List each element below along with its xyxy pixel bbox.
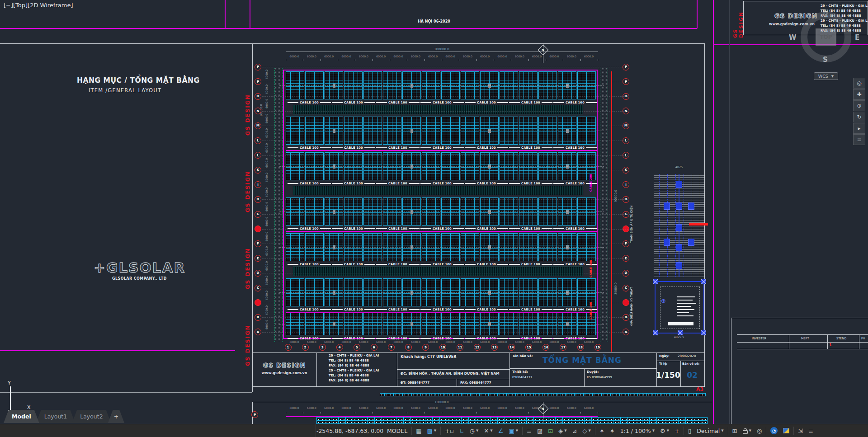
drawing-name: TỔNG MẶT BẰNG [542,356,622,365]
object-snap-icon[interactable]: ▣▼ [506,424,521,437]
object-snap-tracking-icon[interactable]: ∠ [495,424,506,437]
workspace-cube-icon[interactable]: ◇▼ [580,424,594,437]
cable-label-row: CABLE 100CABLE 100CABLE 100CABLE 100CABL… [288,226,597,230]
lineweight-icon[interactable]: ≡ [524,424,534,437]
cable-label: CABLE 100 [332,262,375,266]
polar-tracking-icon[interactable]: ◷▼ [467,424,481,437]
chevron-down-icon: ▼ [831,75,834,78]
table-border [737,334,868,335]
full-navigation-wheel-icon[interactable]: ◎ [853,78,865,89]
chevron-down-icon: ▼ [667,429,669,432]
cable-label: CABLE 100 [332,100,375,104]
cable-label: CABLE 100 [332,146,375,150]
cable-dash [497,228,508,229]
segment-dimension: 6000.0 [442,406,459,409]
tab-layout1[interactable]: Layout1 [36,410,75,423]
isolate-objects-icon[interactable]: ◎ [754,424,764,437]
cable-dash [320,102,331,103]
table-border [859,334,859,349]
isolate-objects-icon: ◎ [757,428,762,434]
cad-canvas[interactable]: [−][Top][2D Wireframe] HÀ NỘI 06-2020 HẠ… [0,0,868,437]
isometric-drafting-icon[interactable]: ✕▼ [481,424,495,437]
annotation-scale-button[interactable]: 1:1 / 100%▼ [618,424,657,437]
chevron-down-icon: ▼ [564,429,566,432]
orbit-icon[interactable]: ↻ [853,112,865,122]
annotation-autoscale-icon[interactable]: ✶ [607,424,618,437]
statusbar-separator [440,427,441,435]
dynamic-ucs-icon[interactable]: ⊿ [570,424,580,437]
viewcube-east[interactable]: E [855,33,859,42]
lock-ui-icon[interactable]: ▼ [740,424,754,437]
cable-dash [409,309,420,310]
hardware-acceleration-icon[interactable]: ◔ [768,424,780,437]
segment-dimension: 6000.0 [580,340,598,343]
navbar-menu-icon[interactable]: ≡ [853,134,865,145]
segment-dimension: 6000.0 [476,406,494,409]
cable-label: CABLE 100 [376,181,420,185]
cable-dash [376,183,387,184]
statusbar-separator [728,427,728,435]
units-ruler-icon[interactable]: ▯ [685,424,694,437]
cable-label-text: CABLE 100 [521,337,540,340]
address-line: 29 - CMT8 - PLEIKU - GIA LAI [329,353,379,358]
viewcube-top-face[interactable]: TOP [816,28,836,46]
viewcube-west[interactable]: W [789,33,797,42]
layout-tabs[interactable]: ModelLayout1Layout2+ [4,409,121,423]
snap-mode-icon[interactable]: +▫ [442,424,457,437]
dimension-ticks [286,59,598,61]
cable-label-text: CABLE 100 [477,146,496,150]
3d-object-snap-icon[interactable]: ◈▼ [556,424,569,437]
tab-layout2[interactable]: Layout2 [72,410,111,423]
viewcube-north[interactable]: N [823,8,829,16]
cable-dash [553,264,564,265]
lock-ui-icon [743,430,748,434]
clean-screen-icon[interactable] [780,424,792,437]
model-space-button[interactable]: MODEL [384,424,410,437]
showmotion-icon[interactable]: ▸ [853,123,865,134]
titleblock-border [509,368,656,369]
viewport-controls-label[interactable]: [−][Top][2D Wireframe] [4,2,73,9]
cable-label: CABLE 100 [420,336,464,340]
cable-label: CABLE 100 [288,262,331,266]
total-dimension: 108000.0 [434,47,449,51]
lineweight-icon: ≡ [527,428,532,434]
cable-dash [497,264,508,265]
grid-bubble: 17 [560,344,566,351]
annotation-visibility-icon[interactable]: ✶ [597,424,607,437]
pan-icon[interactable]: ✚ [853,89,865,100]
site-road-hatch [274,68,283,342]
grid-bubble: C [255,285,261,291]
cable-dash [497,183,508,184]
viewcube-south[interactable]: S [823,56,828,64]
titleblock-address: 29 - CMT8 - PLEIKU - GIA LAITEL: (84 8) … [329,353,379,383]
status-bar[interactable]: -2545.88, -687.63, 0.00 MODEL ▦▩▼+▫∟◷▼✕▼… [0,424,868,437]
navigation-bar[interactable]: ◎✚⊕↻▸≡ [853,78,865,145]
drafting-settings-icon[interactable]: ▦ [413,424,424,437]
cable-dash [542,102,552,103]
selection-cycling-icon: ⊡ [548,428,553,434]
busbar-dashed-line [692,174,692,277]
ortho-mode-icon[interactable]: ∟ [457,424,467,437]
tab-plus[interactable]: + [108,410,124,423]
structural-grid-line [262,67,628,67]
cable-dash [288,338,298,339]
selection-cycling-icon[interactable]: ⊡ [545,424,556,437]
annotation-monitor-icon[interactable]: + [672,424,682,437]
transparency-icon[interactable]: ▨ [534,424,545,437]
tab-model[interactable]: Model [4,410,39,423]
site-separator-line [286,312,598,313]
wcs-dropdown[interactable]: WCS▼ [814,72,838,80]
sheet-frame-line [0,28,697,29]
customization-menu-icon[interactable]: ≡ [806,424,816,437]
workspace-switching-icon[interactable]: ⚙▼ [657,424,672,437]
quick-properties-icon[interactable]: ⊞ [730,424,740,437]
coordinates-readout[interactable]: -2545.88, -687.63, 0.00 [316,424,384,437]
zoom-icon[interactable]: ⊕ [853,100,865,111]
cable-label-text: CABLE 100 [300,227,319,230]
grid-display-icon[interactable]: ▩▼ [424,424,439,437]
cable-label: CABLE 100 [376,226,420,230]
units-button[interactable]: Decimal▼ [694,424,726,437]
cable-label-text: CABLE 100 [344,308,363,311]
statusbar-separator [684,427,684,435]
fullscreen-icon[interactable]: ⇲ [795,424,806,437]
